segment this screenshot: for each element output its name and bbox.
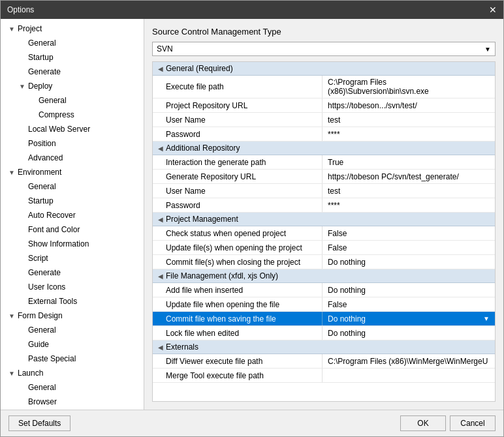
sidebar-item-form-design[interactable]: ▼Form Design bbox=[1, 309, 144, 323]
sidebar-item-env-showinfo[interactable]: Show Information bbox=[1, 237, 144, 251]
setting-row: Commit file(s) when closing the projectD… bbox=[153, 255, 495, 269]
group-header-additional-repository: ◀Additional Repository bbox=[153, 142, 495, 155]
footer: Set Defaults OK Cancel bbox=[1, 410, 503, 436]
setting-row: Interaction the generate pathTrue bbox=[153, 155, 495, 170]
footer-buttons: OK Cancel bbox=[400, 415, 496, 431]
section-title: Source Control Management Type bbox=[152, 27, 496, 37]
sidebar-item-env-autorecover[interactable]: Auto Recover bbox=[1, 208, 144, 222]
close-button[interactable]: ✕ bbox=[489, 5, 497, 15]
sidebar-item-env-externaltools[interactable]: External Tools bbox=[1, 294, 144, 309]
sidebar-item-label: Startup bbox=[28, 53, 54, 62]
sidebar-item-project-generate[interactable]: Generate bbox=[1, 65, 144, 79]
sidebar-item-deploy-general[interactable]: General bbox=[1, 93, 144, 108]
sidebar-item-label: General bbox=[28, 383, 56, 392]
sidebar-item-env-fontcolor[interactable]: Font and Color bbox=[1, 222, 144, 237]
sidebar-item-fd-general[interactable]: General bbox=[1, 323, 144, 337]
sidebar: ▼Project General Startup Generate▼Deploy… bbox=[1, 19, 144, 410]
sidebar-item-project-startup[interactable]: Startup bbox=[1, 50, 144, 65]
group-header-general-required: ◀General (Required) bbox=[153, 62, 495, 76]
setting-value-text: https://tobeson PC/svn/test_generate/ bbox=[328, 172, 459, 181]
sidebar-item-label: Startup bbox=[28, 196, 54, 205]
setting-value-text: Do nothing bbox=[328, 258, 366, 267]
sidebar-item-position[interactable]: Position bbox=[1, 136, 144, 151]
setting-name: Check status when opened project bbox=[153, 226, 323, 240]
setting-value[interactable]: Do nothing▼ bbox=[323, 312, 495, 325]
main-panel: Source Control Management Type SVN ▼ ◀Ge… bbox=[144, 19, 503, 410]
setting-value: test bbox=[323, 184, 495, 198]
set-defaults-button[interactable]: Set Defaults bbox=[8, 415, 71, 431]
group-collapse-icon: ◀ bbox=[158, 273, 163, 280]
setting-row: Password**** bbox=[153, 198, 495, 213]
setting-value: test bbox=[323, 113, 495, 127]
group-label: Additional Repository bbox=[166, 143, 240, 153]
sidebar-item-fd-guide[interactable]: Guide bbox=[1, 337, 144, 352]
setting-value: Do nothing bbox=[323, 326, 495, 340]
sidebar-item-label: Guide bbox=[28, 340, 49, 349]
setting-row: Update file(s) when opening the projectF… bbox=[153, 241, 495, 255]
sidebar-item-label: Project bbox=[18, 24, 42, 33]
setting-value: **** bbox=[323, 127, 495, 141]
expand-icon: ▼ bbox=[8, 25, 16, 33]
setting-value: False bbox=[323, 297, 495, 311]
sidebar-item-deploy-compress[interactable]: Compress bbox=[1, 108, 144, 122]
sidebar-item-advanced[interactable]: Advanced bbox=[1, 151, 144, 165]
scm-type-dropdown[interactable]: SVN ▼ bbox=[152, 42, 496, 56]
setting-name: Password bbox=[153, 127, 323, 141]
setting-name: Lock file when edited bbox=[153, 326, 323, 340]
sidebar-item-label: User Icons bbox=[28, 282, 65, 292]
sidebar-item-deploy[interactable]: ▼Deploy bbox=[1, 79, 144, 93]
setting-row: Generate Repository URLhttps://tobeson P… bbox=[153, 170, 495, 184]
sidebar-item-launch[interactable]: ▼Launch bbox=[1, 366, 144, 380]
sidebar-item-label: General bbox=[39, 96, 67, 105]
setting-row[interactable]: Commit file when saving the fileDo nothi… bbox=[153, 312, 495, 326]
setting-value: C:\Program Files (x86)\WinMerge\WinMerge… bbox=[323, 354, 495, 368]
sidebar-item-local-web-server[interactable]: Local Web Server bbox=[1, 122, 144, 136]
sidebar-item-label: Paste Special bbox=[28, 354, 76, 363]
setting-value-text: False bbox=[328, 300, 347, 309]
sidebar-item-env-usericons[interactable]: User Icons bbox=[1, 280, 144, 294]
sidebar-item-env-startup[interactable]: Startup bbox=[1, 194, 144, 208]
setting-name: Merge Tool execute file path bbox=[153, 369, 323, 382]
setting-row: Check status when opened projectFalse bbox=[153, 226, 495, 241]
group-label: Externals bbox=[166, 342, 198, 352]
sidebar-item-project-general[interactable]: General bbox=[1, 36, 144, 50]
setting-row: Diff Viewer execute file pathC:\Program … bbox=[153, 354, 495, 369]
window-title: Options bbox=[7, 5, 34, 14]
sidebar-item-fd-pastespecial[interactable]: Paste Special bbox=[1, 352, 144, 366]
setting-value-text: C:\Program Files (x86)\WinMerge\WinMerge… bbox=[328, 357, 488, 366]
setting-row: User Nametest bbox=[153, 184, 495, 198]
settings-table: ◀General (Required)Execute file pathC:\P… bbox=[152, 61, 496, 402]
setting-value-text: False bbox=[328, 243, 347, 252]
setting-row: Update file when opening the fileFalse bbox=[153, 297, 495, 312]
sidebar-item-env-generate[interactable]: Generate bbox=[1, 265, 144, 280]
sidebar-item-environment[interactable]: ▼Environment bbox=[1, 165, 144, 179]
cancel-button[interactable]: Cancel bbox=[450, 415, 496, 431]
sidebar-item-env-general[interactable]: General bbox=[1, 179, 144, 194]
setting-name: Execute file path bbox=[153, 76, 323, 98]
sidebar-item-launch-general[interactable]: General bbox=[1, 380, 144, 395]
group-label: File Management (xfdl, xjs Only) bbox=[166, 271, 278, 280]
setting-row: User Nametest bbox=[153, 113, 495, 127]
sidebar-item-project[interactable]: ▼Project bbox=[1, 22, 144, 36]
sidebar-item-label: Browser bbox=[28, 397, 57, 406]
setting-name: Commit file when saving the file bbox=[153, 312, 323, 325]
sidebar-item-launch-browser[interactable]: Browser bbox=[1, 395, 144, 409]
setting-name: Project Repository URL bbox=[153, 98, 323, 112]
setting-name: User Name bbox=[153, 184, 323, 198]
ok-button[interactable]: OK bbox=[400, 415, 446, 431]
setting-value: Do nothing bbox=[323, 283, 495, 297]
group-collapse-icon: ◀ bbox=[158, 65, 163, 72]
options-window: Options ✕ ▼Project General Startup Gener… bbox=[0, 0, 504, 437]
setting-value-text: Do nothing bbox=[328, 329, 366, 338]
scm-dropdown-arrow: ▼ bbox=[484, 46, 491, 53]
sidebar-item-env-script[interactable]: Script bbox=[1, 251, 144, 265]
sidebar-item-label: Generate bbox=[28, 67, 61, 76]
setting-name: Update file when opening the file bbox=[153, 297, 323, 311]
sidebar-item-label: Environment bbox=[18, 168, 61, 177]
sidebar-item-label: External Tools bbox=[28, 297, 77, 306]
sidebar-item-label: General bbox=[28, 182, 56, 191]
sidebar-item-label: Compress bbox=[39, 110, 74, 119]
sidebar-item-label: Auto Recover bbox=[28, 211, 76, 220]
setting-value-dropdown-arrow[interactable]: ▼ bbox=[483, 315, 490, 322]
scm-dropdown-value: SVN bbox=[157, 44, 173, 53]
